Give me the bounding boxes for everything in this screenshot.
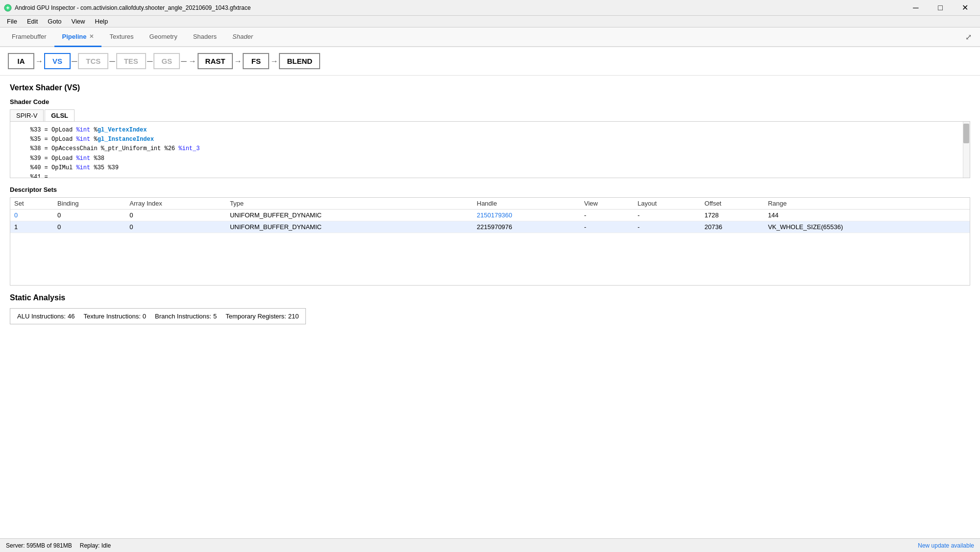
cell-offset-1: 20736: [701, 221, 764, 233]
descriptor-sets-table-wrapper: Set Binding Array Index Type Handle View…: [10, 197, 970, 286]
handle-link-0[interactable]: 2150179360: [477, 211, 512, 219]
code-line-2: %35 = OpLoad %int %gl_InstanceIndex: [16, 135, 964, 144]
tab-geometry[interactable]: Geometry: [142, 27, 185, 47]
window-title: Android GPU Inspector - com.activision.c…: [15, 4, 905, 11]
pipeline-node-TCS[interactable]: TCS: [78, 53, 108, 69]
tab-shader[interactable]: Shader: [225, 27, 261, 47]
pipeline-node-TES[interactable]: TES: [116, 53, 146, 69]
tab-shaders-label: Shaders: [193, 33, 217, 40]
arrow-1: →: [34, 57, 44, 66]
menu-bar: File Edit Goto View Help: [0, 16, 980, 27]
tab-pipeline-label: Pipeline: [62, 33, 87, 40]
pipeline-node-IA[interactable]: IA: [8, 53, 34, 69]
stat-alu-label: ALU Instructions:: [17, 313, 66, 320]
replay-status: Replay: Idle: [80, 542, 111, 549]
col-array-index: Array Index: [126, 198, 226, 210]
stat-branch-label: Branch Instructions:: [155, 313, 211, 320]
arrow-7: →: [269, 57, 279, 66]
cell-range-1: VK_WHOLE_SIZE(65536): [764, 221, 970, 233]
shader-code-label: Shader Code: [10, 98, 970, 105]
cell-array-index-0: 0: [126, 210, 226, 221]
static-analysis-title: Static Analysis: [10, 293, 970, 302]
cell-set-0: 0: [10, 210, 53, 221]
cell-view-1: -: [580, 221, 634, 233]
descriptor-sets-section: Descriptor Sets Set Binding Array Index …: [10, 186, 970, 286]
stat-branch-value: 5: [213, 313, 217, 320]
code-line-1: %33 = OpLoad %int %gl_VertexIndex: [16, 126, 964, 135]
arrow-5b: →: [188, 57, 198, 66]
col-layout: Layout: [634, 198, 701, 210]
cell-set-1: 1: [10, 221, 53, 233]
col-handle: Handle: [473, 198, 580, 210]
col-offset: Offset: [701, 198, 764, 210]
code-line-6: %41 = ...: [16, 173, 964, 178]
close-button[interactable]: ✕: [954, 0, 976, 16]
tab-glsl[interactable]: GLSL: [45, 109, 75, 121]
stat-branch: Branch Instructions: 5: [155, 313, 217, 320]
tab-shader-label: Shader: [232, 33, 253, 40]
cell-array-index-1: 0: [126, 221, 226, 233]
tab-framebuffer-label: Framebuffer: [12, 33, 47, 40]
static-analysis-section: Static Analysis ALU Instructions: 46 Tex…: [10, 293, 970, 324]
pipeline-node-BLEND[interactable]: BLEND: [279, 53, 320, 69]
descriptor-sets-table: Set Binding Array Index Type Handle View…: [10, 198, 970, 233]
stat-temp-reg-label: Temporary Registers:: [226, 313, 286, 320]
maximize-button[interactable]: □: [929, 0, 952, 16]
app-icon: [4, 4, 12, 12]
tab-pipeline[interactable]: Pipeline ✕: [54, 27, 102, 47]
static-analysis-box: ALU Instructions: 46 Texture Instruction…: [10, 308, 306, 324]
minimize-button[interactable]: ─: [905, 0, 927, 16]
menu-goto[interactable]: Goto: [43, 17, 66, 26]
stat-temp-reg-value: 210: [288, 313, 299, 320]
set-link-0[interactable]: 0: [14, 211, 18, 219]
tab-pipeline-close[interactable]: ✕: [89, 33, 94, 40]
cell-layout-0: -: [634, 210, 701, 221]
table-row: 0 0 0 UNIFORM_BUFFER_DYNAMIC 2150179360 …: [10, 210, 970, 221]
stat-texture-value: 0: [143, 313, 146, 320]
cell-layout-1: -: [634, 221, 701, 233]
menu-view[interactable]: View: [67, 17, 90, 26]
tab-spirv[interactable]: SPIR-V: [10, 109, 44, 121]
menu-edit[interactable]: Edit: [22, 17, 43, 26]
code-tabs: SPIR-V GLSL: [10, 109, 970, 122]
code-line-3: %38 = OpAccessChain %_ptr_Uniform_int %2…: [16, 144, 964, 154]
table-row: 1 0 0 UNIFORM_BUFFER_DYNAMIC 2215970976 …: [10, 221, 970, 233]
tab-framebuffer[interactable]: Framebuffer: [4, 27, 54, 47]
cell-range-0: 144: [764, 210, 970, 221]
pipeline-node-FS[interactable]: FS: [243, 53, 269, 69]
window-controls: ─ □ ✕: [905, 0, 976, 16]
menu-file[interactable]: File: [2, 17, 22, 26]
tab-shaders[interactable]: Shaders: [185, 27, 225, 47]
update-link[interactable]: New update available: [918, 542, 974, 549]
code-line-5: %40 = OpIMul %int %35 %39: [16, 163, 964, 173]
vertex-shader-title: Vertex Shader (VS): [10, 83, 970, 92]
status-bar: Server: 595MB of 981MB Replay: Idle New …: [0, 538, 980, 552]
title-bar: Android GPU Inspector - com.activision.c…: [0, 0, 980, 16]
pipeline-node-GS[interactable]: GS: [153, 53, 180, 69]
menu-help[interactable]: Help: [90, 17, 113, 26]
cell-offset-0: 1728: [701, 210, 764, 221]
cell-view-0: -: [580, 210, 634, 221]
pipeline-area: IA → VS ─ TCS ─ TES ─ GS ─ → RAST → FS →…: [0, 47, 980, 76]
arrow-2: ─: [71, 57, 78, 66]
arrow-4: ─: [146, 57, 153, 66]
col-type: Type: [226, 198, 473, 210]
code-editor[interactable]: %33 = OpLoad %int %gl_VertexIndex %35 = …: [10, 122, 970, 178]
pipeline-nodes: IA → VS ─ TCS ─ TES ─ GS ─ → RAST → FS →…: [8, 53, 972, 69]
arrow-3: ─: [108, 57, 116, 66]
pipeline-node-VS[interactable]: VS: [44, 53, 71, 69]
stat-alu-value: 46: [68, 313, 75, 320]
expand-button[interactable]: ⤢: [960, 27, 976, 46]
stat-texture-label: Texture Instructions:: [83, 313, 140, 320]
descriptor-sets-label: Descriptor Sets: [10, 186, 970, 193]
server-status: Server: 595MB of 981MB: [6, 542, 72, 549]
cell-type-1: UNIFORM_BUFFER_DYNAMIC: [226, 221, 473, 233]
arrow-6: →: [233, 57, 243, 66]
tab-textures-label: Textures: [109, 33, 133, 40]
pipeline-node-RAST[interactable]: RAST: [198, 53, 233, 69]
stat-alu: ALU Instructions: 46: [17, 313, 75, 320]
cell-binding-1: 0: [53, 221, 126, 233]
tab-geometry-label: Geometry: [150, 33, 177, 40]
tab-textures[interactable]: Textures: [101, 27, 141, 47]
tab-bar: Framebuffer Pipeline ✕ Textures Geometry…: [0, 27, 980, 47]
